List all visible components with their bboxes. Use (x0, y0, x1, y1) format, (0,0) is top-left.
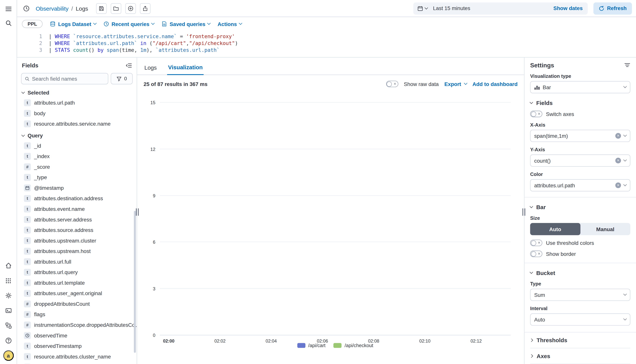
accordion-fields[interactable]: Fields (530, 100, 630, 106)
legend-item[interactable]: /api/checkout (334, 342, 373, 348)
field-search-input[interactable] (32, 76, 105, 82)
clear-icon[interactable]: × (615, 133, 621, 139)
search-icon (25, 76, 30, 82)
accordion-bar[interactable]: Bar (530, 204, 630, 210)
user-avatar[interactable]: a (3, 350, 14, 361)
settings-header: Settings (530, 62, 630, 68)
toggle-knob (531, 240, 536, 246)
share-icon[interactable] (140, 3, 151, 14)
field-item[interactable]: tattributes.upstream.cluster (17, 235, 137, 246)
field-item[interactable]: @timestamp (17, 182, 137, 193)
y-axis-tick-label: 3 (153, 286, 155, 291)
field-item[interactable]: tattributes.url.template (17, 277, 137, 288)
field-group-header[interactable]: Selected (17, 86, 137, 97)
field-item[interactable]: observedTime (17, 330, 137, 341)
calendar-icon[interactable] (413, 2, 431, 14)
tab-visualization[interactable]: Visualization (167, 62, 204, 75)
y-axis-field[interactable]: count() × (530, 154, 630, 167)
threshold-colors-toggle[interactable]: × (530, 240, 542, 246)
panel-menu-icon[interactable] (624, 62, 630, 68)
panel-resize-handle[interactable] (522, 208, 525, 216)
open-folder-icon[interactable] (111, 3, 122, 14)
recent-queries-button[interactable]: Recent queries (104, 21, 154, 27)
accordion-bucket[interactable]: Bucket (530, 270, 630, 276)
field-group-label: Query (28, 133, 43, 139)
query-editor[interactable]: 1| WHERE `resource.attributes.service.na… (17, 30, 636, 58)
size-auto-button[interactable]: Auto (530, 223, 580, 235)
viz-type-select[interactable]: Bar (530, 81, 630, 93)
time-range-label[interactable]: Last 15 minutes (431, 5, 470, 12)
accordion-thresholds[interactable]: Thresholds (530, 332, 630, 348)
field-item[interactable]: tattributes.source.address (17, 225, 137, 235)
field-type-icon: t (24, 268, 31, 275)
chevron-down-icon (464, 82, 467, 85)
field-group-header[interactable]: Query (17, 129, 137, 140)
dataset-selector[interactable]: Logs Dataset (50, 21, 96, 27)
integrations-icon[interactable] (3, 320, 14, 331)
field-item[interactable]: tattributes.user_agent.original (17, 288, 137, 298)
save-icon[interactable] (96, 3, 107, 14)
field-item[interactable]: #flags (17, 309, 137, 320)
size-manual-button[interactable]: Manual (580, 223, 630, 235)
field-item[interactable]: tresource.attributes.service.name (17, 118, 137, 129)
field-item[interactable]: tbody (17, 108, 137, 118)
new-item-icon[interactable] (126, 3, 136, 14)
editor-line: 2| WHERE `attributes.url.path` in ("/api… (17, 40, 636, 46)
saved-query-icon (162, 21, 167, 27)
x-axis-field[interactable]: span(time,1m) × (530, 130, 630, 142)
query-language-badge[interactable]: PPL (22, 20, 43, 28)
field-item[interactable]: tattributes.url.full (17, 256, 137, 267)
show-raw-data-toggle[interactable]: × (386, 81, 398, 87)
field-item[interactable]: #droppedAttributesCount (17, 298, 137, 309)
field-item[interactable]: tobservedTimestamp (17, 341, 137, 351)
clear-icon[interactable]: × (615, 182, 621, 188)
menu-hamburger-icon[interactable] (3, 4, 14, 14)
field-item[interactable]: tattributes.event.name (17, 204, 137, 214)
field-item[interactable]: tresource.attributes.host.name (17, 362, 137, 364)
field-item[interactable]: #instrumentationScope.droppedAttributesC… (17, 320, 137, 330)
search-icon[interactable] (3, 18, 14, 28)
field-item[interactable]: tattributes.destination.address (17, 193, 137, 204)
home-icon[interactable] (3, 260, 14, 271)
collapse-panel-icon[interactable] (126, 62, 132, 68)
x-axis-tick-label: 02:00 (163, 338, 175, 344)
field-item[interactable]: tresource.attributes.cluster_name (17, 351, 137, 362)
field-type-icon (24, 332, 31, 339)
panel-resize-handle[interactable] (136, 208, 139, 216)
export-button[interactable]: Export (444, 81, 467, 87)
color-field[interactable]: attributes.url.path × (530, 179, 630, 191)
breadcrumb-app-link[interactable]: Observability (36, 5, 69, 12)
clear-icon[interactable]: × (615, 158, 621, 164)
accordion-axes[interactable]: Axes (530, 348, 630, 364)
settings-gear-icon[interactable] (3, 290, 14, 301)
refresh-button[interactable]: Refresh (593, 2, 632, 14)
chevron-down-icon (22, 133, 25, 136)
field-item[interactable]: t_type (17, 172, 137, 182)
field-item[interactable]: tattributes.url.query (17, 267, 137, 278)
bucket-interval-select[interactable]: Auto (530, 313, 630, 326)
field-item[interactable]: t_index (17, 151, 137, 162)
saved-queries-button[interactable]: Saved queries (162, 21, 210, 27)
switch-axes-toggle[interactable]: × (530, 111, 542, 117)
show-dates-button[interactable]: Show dates (548, 5, 587, 12)
divider (524, 263, 636, 263)
field-filter-button[interactable]: 0 (111, 73, 133, 84)
actions-button[interactable]: Actions (218, 21, 242, 27)
field-item[interactable]: tattributes.url.path (17, 97, 137, 108)
legend-item[interactable]: /api/cart (297, 342, 326, 348)
bucket-type-select[interactable]: Sum (530, 289, 630, 301)
tab-logs[interactable]: Logs (144, 62, 157, 74)
console-icon[interactable] (3, 305, 14, 316)
bucket-interval-label: Interval (530, 306, 630, 312)
results-count-text: 25 of 87 results in 367 ms (144, 81, 208, 87)
fields-scrollbar[interactable] (134, 211, 136, 353)
field-item[interactable]: tattributes.upstream.host (17, 246, 137, 256)
help-icon[interactable] (3, 335, 14, 346)
show-border-toggle[interactable]: × (530, 250, 542, 257)
recent-items-icon[interactable] (21, 3, 32, 14)
field-item[interactable]: tattributes.server.address (17, 214, 137, 225)
field-item[interactable]: t_id (17, 140, 137, 151)
field-item[interactable]: #_score (17, 161, 137, 172)
add-to-dashboard-button[interactable]: Add to dashboard (472, 81, 518, 87)
apps-icon[interactable] (3, 275, 14, 286)
